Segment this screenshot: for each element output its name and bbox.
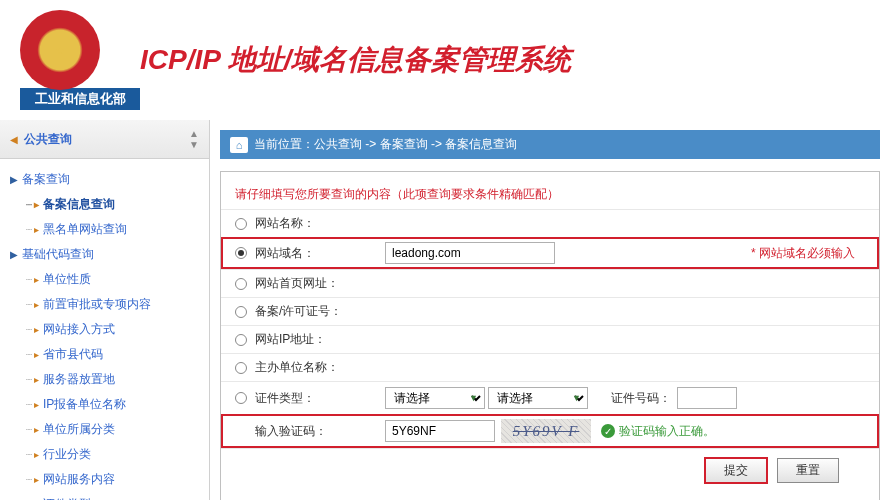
label-sponsor: 主办单位名称： bbox=[255, 359, 339, 376]
tree-item-label: 行业分类 bbox=[43, 446, 91, 463]
label-cert-type: 证件类型： bbox=[255, 390, 315, 407]
sidebar-header[interactable]: ◀ 公共查询 ▲▼ bbox=[0, 120, 209, 159]
collapse-icon: ◀ bbox=[10, 134, 18, 145]
select-cert-type-2[interactable]: 请选择 bbox=[488, 387, 588, 409]
leaf-arrow-icon: ▸ bbox=[34, 224, 39, 235]
tree-item-label: 证件类型 bbox=[43, 496, 91, 500]
tree-item[interactable]: ┈▸单位所属分类 bbox=[0, 417, 209, 442]
select-cert-type-1[interactable]: 请选择 bbox=[385, 387, 485, 409]
tree-group[interactable]: ▶基础代码查询 bbox=[0, 242, 209, 267]
radio-cert-type[interactable] bbox=[235, 392, 247, 404]
radio-ip[interactable] bbox=[235, 334, 247, 346]
tree-item-label: 单位性质 bbox=[43, 271, 91, 288]
breadcrumb-text: 当前位置：公共查询 -> 备案查询 -> 备案信息查询 bbox=[254, 136, 517, 153]
leaf-arrow-icon: ▸ bbox=[34, 324, 39, 335]
sidebar-title: 公共查询 bbox=[24, 131, 189, 148]
leaf-arrow-icon: ▸ bbox=[34, 424, 39, 435]
tree-group[interactable]: ▶备案查询 bbox=[0, 167, 209, 192]
tree-item-label: IP报备单位名称 bbox=[43, 396, 126, 413]
submit-button[interactable]: 提交 bbox=[704, 457, 768, 484]
tree-connector-icon: ┈ bbox=[26, 199, 32, 210]
tree-item[interactable]: ┈▸网站接入方式 bbox=[0, 317, 209, 342]
radio-home-url[interactable] bbox=[235, 278, 247, 290]
label-record-no: 备案/许可证号： bbox=[255, 303, 342, 320]
leaf-arrow-icon: ▸ bbox=[34, 399, 39, 410]
label-captcha: 输入验证码： bbox=[255, 423, 327, 440]
captcha-status: 验证码输入正确。 bbox=[619, 423, 715, 440]
tree-item[interactable]: ┈▸网站服务内容 bbox=[0, 467, 209, 492]
leaf-arrow-icon: ▸ bbox=[34, 449, 39, 460]
label-cert-no: 证件号码： bbox=[611, 390, 671, 407]
tree-item-label: 备案信息查询 bbox=[43, 196, 115, 213]
leaf-arrow-icon: ▸ bbox=[34, 349, 39, 360]
form-instruction: 请仔细填写您所要查询的内容（此项查询要求条件精确匹配） bbox=[221, 180, 879, 209]
radio-domain[interactable] bbox=[235, 247, 247, 259]
tree-connector-icon: ┈ bbox=[26, 274, 32, 285]
tree-item[interactable]: ┈▸黑名单网站查询 bbox=[0, 217, 209, 242]
arrow-icon: ▶ bbox=[10, 174, 18, 185]
tree-item[interactable]: ┈▸证件类型 bbox=[0, 492, 209, 500]
tree-item-label: 黑名单网站查询 bbox=[43, 221, 127, 238]
tree-connector-icon: ┈ bbox=[26, 449, 32, 460]
tree-group-label: 基础代码查询 bbox=[22, 246, 94, 263]
tree-item[interactable]: ┈▸备案信息查询 bbox=[0, 192, 209, 217]
tree-item[interactable]: ┈▸省市县代码 bbox=[0, 342, 209, 367]
leaf-arrow-icon: ▸ bbox=[34, 474, 39, 485]
input-captcha[interactable] bbox=[385, 420, 495, 442]
home-icon[interactable]: ⌂ bbox=[230, 137, 248, 153]
tree-connector-icon: ┈ bbox=[26, 349, 32, 360]
leaf-arrow-icon: ▸ bbox=[34, 199, 39, 210]
tree-item[interactable]: ┈▸前置审批或专项内容 bbox=[0, 292, 209, 317]
leaf-arrow-icon: ▸ bbox=[34, 374, 39, 385]
tree-item-label: 单位所属分类 bbox=[43, 421, 115, 438]
radio-site-name[interactable] bbox=[235, 218, 247, 230]
reset-button[interactable]: 重置 bbox=[777, 458, 839, 483]
required-domain-note: * 网站域名必须输入 bbox=[751, 245, 865, 262]
arrow-icon: ▶ bbox=[10, 249, 18, 260]
tree-item-label: 网站服务内容 bbox=[43, 471, 115, 488]
expand-toggle-icon[interactable]: ▲▼ bbox=[189, 128, 199, 150]
input-cert-no[interactable] bbox=[677, 387, 737, 409]
label-site-name: 网站名称： bbox=[255, 215, 315, 232]
captcha-image[interactable]: 5Y69V F bbox=[501, 419, 591, 443]
tree-connector-icon: ┈ bbox=[26, 374, 32, 385]
leaf-arrow-icon: ▸ bbox=[34, 299, 39, 310]
tree-group-label: 备案查询 bbox=[22, 171, 70, 188]
tree-item[interactable]: ┈▸IP报备单位名称 bbox=[0, 392, 209, 417]
tree-connector-icon: ┈ bbox=[26, 399, 32, 410]
tree-item-label: 省市县代码 bbox=[43, 346, 103, 363]
tree-connector-icon: ┈ bbox=[26, 474, 32, 485]
tree-item-label: 网站接入方式 bbox=[43, 321, 115, 338]
ministry-name: 工业和信息化部 bbox=[20, 88, 140, 110]
breadcrumb: ⌂ 当前位置：公共查询 -> 备案查询 -> 备案信息查询 bbox=[220, 130, 880, 159]
tree-item[interactable]: ┈▸行业分类 bbox=[0, 442, 209, 467]
leaf-arrow-icon: ▸ bbox=[34, 274, 39, 285]
tree-connector-icon: ┈ bbox=[26, 299, 32, 310]
label-ip: 网站IP地址： bbox=[255, 331, 326, 348]
label-home-url: 网站首页网址： bbox=[255, 275, 339, 292]
tree-item-label: 服务器放置地 bbox=[43, 371, 115, 388]
tree-connector-icon: ┈ bbox=[26, 424, 32, 435]
tree-connector-icon: ┈ bbox=[26, 324, 32, 335]
radio-sponsor[interactable] bbox=[235, 362, 247, 374]
radio-record-no[interactable] bbox=[235, 306, 247, 318]
national-emblem: ★ bbox=[20, 10, 100, 90]
label-domain: 网站域名： bbox=[255, 245, 315, 262]
input-domain[interactable] bbox=[385, 242, 555, 264]
tree-item-label: 前置审批或专项内容 bbox=[43, 296, 151, 313]
tree-item[interactable]: ┈▸服务器放置地 bbox=[0, 367, 209, 392]
tree-connector-icon: ┈ bbox=[26, 224, 32, 235]
system-title: ICP/IP 地址/域名信息备案管理系统 bbox=[140, 41, 571, 79]
check-icon: ✓ bbox=[601, 424, 615, 438]
tree-item[interactable]: ┈▸单位性质 bbox=[0, 267, 209, 292]
